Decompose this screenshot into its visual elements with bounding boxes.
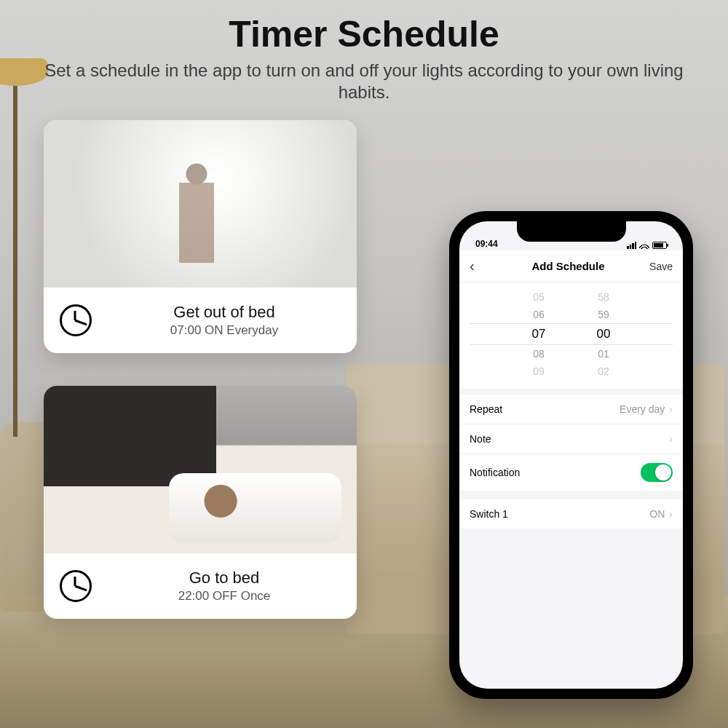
phone-notch [517, 221, 626, 242]
marketing-slide: Timer Schedule Set a schedule in the app… [0, 0, 728, 728]
hero-subtitle: Set a schedule in the app to turn on and… [44, 60, 684, 103]
row-label: Note [470, 433, 491, 445]
scenario-title: Go to bed [108, 569, 341, 587]
scenario-caption: Get out of bed 07:00 ON Everyday [44, 288, 357, 353]
row-label: Notification [470, 467, 520, 478]
phone-screen: 09:44 ‹ Add Schedule Save 05 06 [459, 221, 683, 689]
hero-title: Timer Schedule [0, 13, 728, 55]
settings-group-1: Repeat Every day › Note › Notification [459, 395, 683, 491]
scenario-detail: 22:00 OFF Once [108, 589, 341, 604]
back-button[interactable]: ‹ [470, 258, 487, 274]
phone-frame: 09:44 ‹ Add Schedule Save 05 06 [449, 211, 693, 699]
row-repeat[interactable]: Repeat Every day › [459, 395, 683, 424]
scenario-card-night: Go to bed 22:00 OFF Once [44, 386, 357, 619]
row-value: Every day [620, 403, 665, 415]
settings-group-2: Switch 1 ON › [459, 499, 683, 529]
chevron-right-icon: › [669, 403, 673, 415]
battery-icon [652, 242, 667, 249]
picker-minutes[interactable]: 58 59 00 01 02 [597, 288, 611, 380]
row-note[interactable]: Note › [459, 424, 683, 454]
picker-hours[interactable]: 05 06 07 08 09 [532, 288, 546, 380]
picker-hour-option[interactable]: 08 [532, 345, 546, 363]
bg-lamp [13, 58, 17, 437]
wifi-icon [639, 242, 649, 249]
row-switch1[interactable]: Switch 1 ON › [459, 499, 683, 529]
signal-icon [627, 242, 636, 249]
picker-hour-option[interactable]: 06 [532, 306, 546, 323]
picker-hour-option[interactable]: 05 [532, 288, 546, 306]
chevron-right-icon: › [669, 433, 673, 445]
scenario-photo-morning [44, 120, 357, 288]
chevron-right-icon: › [669, 508, 673, 520]
picker-minute-option[interactable]: 58 [597, 288, 611, 306]
row-notification: Notification [459, 454, 683, 491]
scenario-detail: 07:00 ON Everyday [108, 323, 341, 338]
row-label: Switch 1 [470, 508, 508, 520]
nav-bar: ‹ Add Schedule Save [459, 250, 683, 282]
save-button[interactable]: Save [649, 261, 673, 272]
picker-minute-option[interactable]: 02 [597, 363, 611, 380]
picker-minute-option[interactable]: 01 [597, 345, 611, 363]
picker-hour-option[interactable]: 07 [532, 323, 546, 345]
scenario-caption: Go to bed 22:00 OFF Once [44, 553, 357, 619]
scenario-photo-night [44, 386, 357, 553]
picker-minute-option[interactable]: 00 [597, 323, 611, 345]
picker-minute-option[interactable]: 59 [597, 306, 611, 323]
row-value: ON [649, 508, 665, 520]
notification-toggle[interactable] [641, 463, 673, 482]
picker-hour-option[interactable]: 09 [532, 363, 546, 380]
scenario-title: Get out of bed [108, 303, 341, 322]
row-label: Repeat [470, 403, 502, 415]
scenario-card-morning: Get out of bed 07:00 ON Everyday [44, 120, 357, 353]
nav-title: Add Schedule [532, 260, 605, 272]
status-time: 09:44 [475, 239, 498, 249]
clock-icon [60, 304, 92, 336]
clock-icon [60, 570, 92, 602]
time-picker[interactable]: 05 06 07 08 09 58 59 00 01 02 [459, 282, 683, 389]
